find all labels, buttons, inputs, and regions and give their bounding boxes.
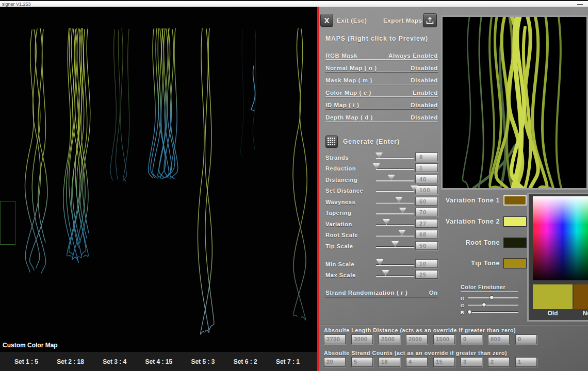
slider-root-scale: Root Scale 68 [325, 230, 438, 239]
distancing-value-box[interactable]: 40 [415, 175, 438, 183]
count-input-1[interactable]: 20 [324, 357, 346, 367]
strand-randomization-toggle[interactable]: Strand Randomization ( r ) On [325, 290, 438, 297]
slider-label: Reduction [325, 163, 375, 173]
slider-dot[interactable] [467, 310, 472, 314]
slider-strands: Strands 8 [325, 153, 438, 162]
root-scale-slider[interactable] [376, 235, 414, 237]
strands-value-box[interactable]: 8 [415, 153, 438, 161]
window-title: signer V1.253 [2, 2, 31, 7]
slider-handle[interactable] [375, 153, 383, 159]
tip-scale-value-box[interactable]: 50 [415, 241, 438, 250]
slider-handle[interactable] [376, 259, 383, 265]
new-label: New [574, 310, 588, 317]
length-input-5[interactable]: 1500 [433, 334, 455, 344]
finetuner-red-row: R [461, 294, 518, 301]
strands-slider[interactable] [376, 158, 414, 159]
count-input-4[interactable]: 4 [406, 357, 428, 367]
slider-tapering: Tapering 70 [325, 208, 438, 217]
count-input-2[interactable]: 5 [351, 357, 373, 367]
map-row-rgb-mask[interactable]: RGB Mask Always Enabled [325, 47, 438, 60]
length-input-8[interactable]: 0 [515, 334, 537, 344]
window-titlebar[interactable]: signer V1.253 [0, 0, 588, 7]
wavyness-value-box[interactable]: 60 [415, 197, 438, 206]
tapering-slider[interactable] [376, 213, 414, 214]
min-scale-value-box[interactable]: 10 [415, 259, 438, 268]
export-icon [426, 16, 434, 25]
slider-handle[interactable] [391, 241, 399, 247]
length-input-2[interactable]: 3000 [351, 334, 373, 344]
tip-scale-slider[interactable] [376, 247, 414, 248]
distancing-slider[interactable] [376, 180, 414, 181]
exit-button[interactable]: X [320, 14, 333, 27]
root-tone-swatch[interactable] [503, 238, 527, 248]
length-input-6[interactable]: 0 [461, 334, 482, 344]
absolute-strand-counts-header: Absoulte Strand Counts (act as an overri… [324, 350, 507, 356]
map-row-mask-map[interactable]: Mask Map ( m ) Disabled [325, 72, 438, 85]
hue-saturation-gradient[interactable] [533, 196, 588, 280]
length-input-7[interactable]: 800 [488, 334, 510, 344]
color-set-bar: Set 1 : 5 Set 2 : 18 Set 3 : 4 Set 4 : 1… [0, 352, 317, 371]
slider-label: Tip Scale [325, 241, 375, 250]
map-row-normal-map[interactable]: Normal Map ( n ) Disabled [325, 60, 438, 72]
max-scale-value-box[interactable]: 25 [415, 270, 438, 279]
count-input-8[interactable]: 1 [515, 357, 537, 367]
blue-channel-slider[interactable] [468, 312, 518, 313]
reduction-slider[interactable] [376, 169, 414, 170]
selection-rectangle [0, 201, 15, 245]
root-scale-value-box[interactable]: 68 [415, 230, 438, 239]
red-channel-slider[interactable] [468, 297, 518, 298]
slider-handle[interactable] [398, 230, 405, 236]
slider-tip-scale: Tip Scale 50 [325, 241, 438, 250]
control-panel: X Exit (Esc) Export Maps (s) MAPS (Right… [319, 7, 588, 371]
preview-strands-image [443, 17, 586, 188]
map-preview-pane[interactable] [441, 15, 588, 190]
count-input-6[interactable]: 3 [461, 357, 482, 367]
slider-label: Distancing [325, 175, 375, 184]
set-distance-slider[interactable] [376, 191, 414, 192]
count-input-3[interactable]: 18 [379, 357, 400, 367]
slider-variation: Variation 27 [325, 219, 438, 228]
green-channel-slider[interactable] [468, 305, 518, 306]
old-color-swatch[interactable] [533, 284, 573, 309]
length-input-4[interactable]: 2000 [406, 334, 428, 344]
length-input-1[interactable]: 3700 [324, 334, 346, 344]
export-maps-button[interactable] [423, 13, 437, 27]
slider-label: Min Scale [325, 259, 375, 268]
map-row-id-map[interactable]: ID Map ( i ) Disabled [325, 97, 438, 109]
minimize-icon[interactable] [577, 4, 583, 5]
root-tone-row: Root Tone [441, 237, 527, 248]
count-input-5[interactable]: 15 [433, 357, 455, 367]
slider-handle[interactable] [399, 208, 406, 214]
slider-handle[interactable] [382, 270, 389, 276]
count-input-7[interactable]: 2 [488, 357, 510, 367]
slider-wavyness: Wavyness 60 [325, 197, 438, 206]
map-status: Disabled [411, 102, 438, 108]
tip-tone-swatch[interactable] [503, 258, 527, 268]
slider-handle[interactable] [383, 219, 390, 225]
max-scale-slider[interactable] [376, 276, 414, 277]
map-row-depth-map[interactable]: Depth Map ( d ) Disabled [325, 109, 438, 122]
tapering-value-box[interactable]: 70 [415, 208, 438, 216]
generate-button[interactable]: Generate (Enter) [325, 136, 400, 148]
length-input-3[interactable]: 2500 [379, 334, 400, 344]
strand-viewport[interactable]: Custom Color Map Set 1 : 5 Set 2 : 18 Se… [0, 7, 317, 371]
map-row-color-map[interactable]: Color Map ( c ) Enabled [325, 85, 438, 97]
variation-slider[interactable] [376, 225, 414, 226]
min-scale-slider[interactable] [376, 265, 414, 266]
variation-tone-1-swatch[interactable] [503, 195, 527, 206]
set-distance-value-box[interactable]: 100 [415, 185, 438, 194]
slider-dot[interactable] [489, 295, 494, 300]
slider-dot[interactable] [482, 302, 486, 307]
reduction-value-box[interactable]: 1 [415, 163, 438, 172]
wavyness-slider[interactable] [376, 203, 414, 204]
slider-min-scale: Min Scale 10 [325, 259, 438, 268]
variation-value-box[interactable]: 27 [415, 219, 438, 228]
variation-tone-2-swatch[interactable] [503, 216, 527, 227]
slider-handle[interactable] [395, 197, 402, 203]
slider-label: Wavyness [325, 197, 375, 206]
new-color-swatch[interactable] [574, 284, 588, 309]
slider-distancing: Distancing 40 [325, 175, 438, 184]
map-status: Always Enabled [388, 53, 438, 59]
slider-handle[interactable] [388, 175, 395, 181]
randomization-label: Strand Randomization ( r ) [325, 290, 407, 296]
